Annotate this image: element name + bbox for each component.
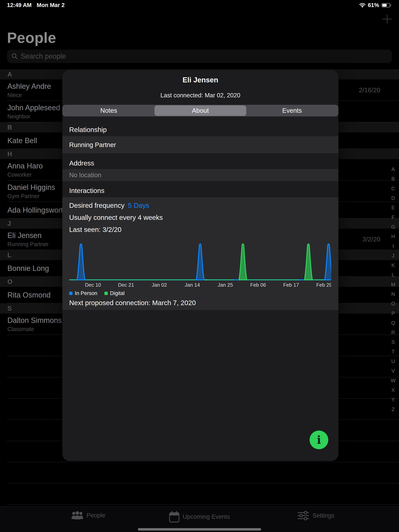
wifi-icon xyxy=(359,3,366,8)
x-tick-label: Feb 06 xyxy=(250,282,266,288)
battery-percent: 61% xyxy=(368,2,379,8)
x-tick-label: Jan 14 xyxy=(185,282,200,288)
x-tick-label: Dec 10 xyxy=(85,282,101,288)
status-date: Mon Mar 2 xyxy=(37,2,64,8)
legend-item: Digital xyxy=(104,290,125,296)
relationship-header: Relationship xyxy=(69,126,107,133)
legend-label: In Person xyxy=(75,290,97,296)
legend-swatch xyxy=(69,292,72,295)
interaction-chart: Dec 10Dec 21Jan 02Jan 14Jan 25Feb 06Feb … xyxy=(69,241,331,290)
legend-item: In Person xyxy=(69,290,97,296)
last-seen-label: Last seen: 3/2/20 xyxy=(69,226,122,234)
legend-label: Digital xyxy=(110,290,125,296)
next-proposed-label: Next proposed connection: March 7, 2020 xyxy=(69,299,196,307)
interaction-history-chart: Dec 10Dec 21Jan 02Jan 14Jan 25Feb 06Feb … xyxy=(69,241,331,290)
screen: People Search people AAshley AndreNiece2… xyxy=(0,0,399,532)
interactions-block: Desired frequency5 Days Usually connect … xyxy=(62,197,338,310)
battery-icon xyxy=(381,3,392,8)
address-row[interactable]: No location xyxy=(62,169,338,181)
relationship-value: Running Partner xyxy=(69,141,116,149)
info-button[interactable]: i xyxy=(309,431,328,449)
person-detail-modal: Eli Jensen Last connected: Mar 02, 2020 … xyxy=(62,70,338,461)
modal-title: Eli Jensen xyxy=(62,76,338,84)
last-connected-label: Last connected: Mar 02, 2020 xyxy=(62,92,338,99)
interactions-header: Interactions xyxy=(69,187,104,195)
detail-tabs: NotesAboutEvents xyxy=(62,105,338,116)
tab-notes[interactable]: Notes xyxy=(63,105,154,116)
desired-frequency-value[interactable]: 5 Days xyxy=(128,202,149,209)
x-tick-label: Dec 21 xyxy=(118,282,134,288)
legend-swatch xyxy=(104,292,108,295)
x-tick-label: Jan 02 xyxy=(152,282,167,288)
x-tick-label: Jan 25 xyxy=(218,282,233,288)
tab-events[interactable]: Events xyxy=(246,105,338,116)
tab-about[interactable]: About xyxy=(154,105,246,116)
desired-frequency-line: Desired frequency5 Days xyxy=(69,202,149,209)
desired-frequency-label: Desired frequency xyxy=(69,202,124,209)
status-bar: 12:49 AM Mon Mar 2 61% xyxy=(0,0,399,10)
chart-legend: In PersonDigital xyxy=(69,290,125,296)
relationship-row[interactable]: Running Partner xyxy=(62,136,338,153)
address-value: No location xyxy=(69,171,101,179)
status-time: 12:49 AM xyxy=(7,2,32,8)
info-icon: i xyxy=(317,434,321,446)
usual-connect-label: Usually connect every 4 weeks xyxy=(69,214,163,222)
x-tick-label: Feb 29 xyxy=(316,282,331,288)
x-tick-label: Feb 17 xyxy=(283,282,299,288)
address-header: Address xyxy=(69,159,94,167)
